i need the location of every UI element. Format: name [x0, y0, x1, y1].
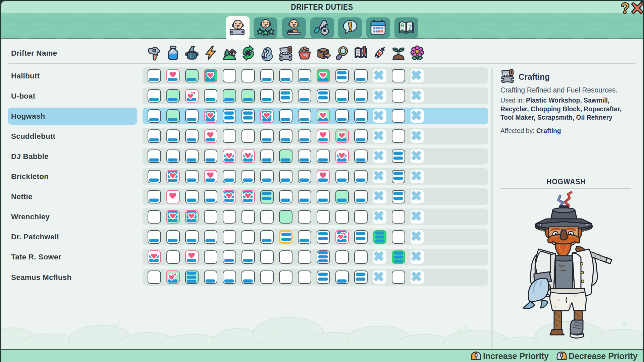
- svg-text:A: A: [400, 22, 405, 28]
